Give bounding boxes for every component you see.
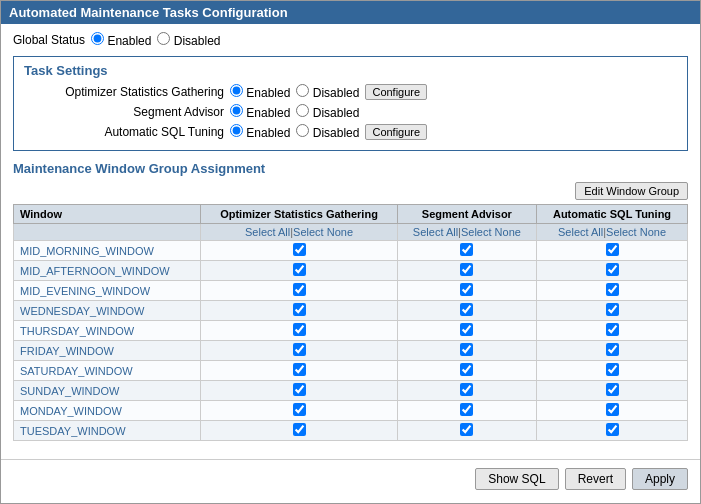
optimizer-stats-select-all-link[interactable]: Select All — [245, 226, 290, 238]
optimizer-checkbox-cell — [201, 321, 397, 341]
optimizer-checkbox[interactable] — [293, 263, 306, 276]
window-name-link[interactable]: FRIDAY_WINDOW — [20, 345, 114, 357]
window-name-link[interactable]: MID_AFTERNOON_WINDOW — [20, 265, 170, 277]
auto_sql-checkbox-cell — [537, 341, 688, 361]
auto-sql-select-all-link[interactable]: Select All — [558, 226, 603, 238]
window-name-link[interactable]: WEDNESDAY_WINDOW — [20, 305, 144, 317]
segment-checkbox[interactable] — [460, 383, 473, 396]
optimizer-stats-disabled-label[interactable]: Disabled — [296, 84, 359, 100]
auto_sql-checkbox[interactable] — [606, 263, 619, 276]
global-status-disabled-label[interactable]: Disabled — [157, 32, 220, 48]
auto_sql-checkbox[interactable] — [606, 243, 619, 256]
optimizer-checkbox[interactable] — [293, 323, 306, 336]
edit-window-group-button[interactable]: Edit Window Group — [575, 182, 688, 200]
window-assignment-title: Maintenance Window Group Assignment — [13, 161, 688, 176]
segment-checkbox[interactable] — [460, 243, 473, 256]
segment-advisor-select-none-link[interactable]: Select None — [461, 226, 521, 238]
select-all-none-row: Select All|Select None Select All|Select… — [14, 224, 688, 241]
optimizer-checkbox[interactable] — [293, 403, 306, 416]
optimizer-stats-configure-button[interactable]: Configure — [365, 84, 427, 100]
optimizer-stats-enabled-radio[interactable] — [230, 84, 243, 97]
optimizer-stats-enabled-label[interactable]: Enabled — [230, 84, 290, 100]
optimizer-checkbox[interactable] — [293, 383, 306, 396]
apply-button[interactable]: Apply — [632, 468, 688, 490]
auto-sql-tuning-enabled-radio[interactable] — [230, 124, 243, 137]
window-name-link[interactable]: MID_EVENING_WINDOW — [20, 285, 150, 297]
optimizer-checkbox-cell — [201, 421, 397, 441]
segment-checkbox[interactable] — [460, 423, 473, 436]
segment-checkbox[interactable] — [460, 403, 473, 416]
page-title-bar: Automated Maintenance Tasks Configuratio… — [1, 1, 700, 24]
segment-advisor-disabled-label[interactable]: Disabled — [296, 104, 359, 120]
auto_sql-checkbox[interactable] — [606, 423, 619, 436]
auto_sql-checkbox-cell — [537, 381, 688, 401]
optimizer-checkbox[interactable] — [293, 283, 306, 296]
window-name-link[interactable]: SUNDAY_WINDOW — [20, 385, 119, 397]
auto_sql-checkbox[interactable] — [606, 383, 619, 396]
table-row: WEDNESDAY_WINDOW — [14, 301, 688, 321]
segment-checkbox[interactable] — [460, 363, 473, 376]
optimizer-checkbox[interactable] — [293, 343, 306, 356]
window-name-link[interactable]: THURSDAY_WINDOW — [20, 325, 134, 337]
window-name-link[interactable]: MID_MORNING_WINDOW — [20, 245, 154, 257]
segment-advisor-disabled-radio[interactable] — [296, 104, 309, 117]
table-header-row: Window Optimizer Statistics Gathering Se… — [14, 205, 688, 224]
optimizer-checkbox-cell — [201, 341, 397, 361]
segment-advisor-enabled-label[interactable]: Enabled — [230, 104, 290, 120]
auto_sql-checkbox-cell — [537, 361, 688, 381]
table-row: FRIDAY_WINDOW — [14, 341, 688, 361]
auto_sql-checkbox-cell — [537, 421, 688, 441]
auto-sql-select-none-link[interactable]: Select None — [606, 226, 666, 238]
revert-button[interactable]: Revert — [565, 468, 626, 490]
window-name-link[interactable]: SATURDAY_WINDOW — [20, 365, 133, 377]
page-container: Automated Maintenance Tasks Configuratio… — [0, 0, 701, 504]
segment-checkbox[interactable] — [460, 303, 473, 316]
auto_sql-checkbox[interactable] — [606, 323, 619, 336]
optimizer-checkbox-cell — [201, 361, 397, 381]
optimizer-checkbox[interactable] — [293, 303, 306, 316]
window-name-cell: MONDAY_WINDOW — [14, 401, 201, 421]
segment-checkbox-cell — [397, 421, 536, 441]
auto_sql-checkbox-cell — [537, 241, 688, 261]
optimizer-checkbox[interactable] — [293, 243, 306, 256]
optimizer-checkbox[interactable] — [293, 363, 306, 376]
segment-checkbox-cell — [397, 321, 536, 341]
auto-sql-tuning-disabled-label[interactable]: Disabled — [296, 124, 359, 140]
optimizer-checkbox[interactable] — [293, 423, 306, 436]
auto_sql-checkbox[interactable] — [606, 283, 619, 296]
auto-sql-tuning-configure-button[interactable]: Configure — [365, 124, 427, 140]
select-row-empty — [14, 224, 201, 241]
table-row: TUESDAY_WINDOW — [14, 421, 688, 441]
segment-checkbox[interactable] — [460, 343, 473, 356]
auto_sql-checkbox[interactable] — [606, 363, 619, 376]
global-status-enabled-label[interactable]: Enabled — [91, 32, 151, 48]
auto_sql-checkbox[interactable] — [606, 303, 619, 316]
window-name-cell: FRIDAY_WINDOW — [14, 341, 201, 361]
segment-checkbox-cell — [397, 361, 536, 381]
segment-checkbox[interactable] — [460, 283, 473, 296]
global-status-enabled-radio[interactable] — [91, 32, 104, 45]
segment-checkbox[interactable] — [460, 263, 473, 276]
window-name-link[interactable]: MONDAY_WINDOW — [20, 405, 122, 417]
auto_sql-checkbox[interactable] — [606, 343, 619, 356]
auto-sql-tuning-disabled-radio[interactable] — [296, 124, 309, 137]
col-optimizer-stats: Optimizer Statistics Gathering — [201, 205, 397, 224]
global-status-disabled-radio[interactable] — [157, 32, 170, 45]
auto-sql-tuning-enabled-label[interactable]: Enabled — [230, 124, 290, 140]
window-name-cell: MID_MORNING_WINDOW — [14, 241, 201, 261]
footer-bar: Show SQL Revert Apply — [1, 459, 700, 498]
window-name-link[interactable]: TUESDAY_WINDOW — [20, 425, 126, 437]
auto_sql-checkbox[interactable] — [606, 403, 619, 416]
task-settings-title: Task Settings — [24, 63, 677, 78]
window-name-cell: SATURDAY_WINDOW — [14, 361, 201, 381]
table-row: SATURDAY_WINDOW — [14, 361, 688, 381]
segment-checkbox[interactable] — [460, 323, 473, 336]
segment-advisor-select-all-link[interactable]: Select All — [413, 226, 458, 238]
optimizer-stats-disabled-radio[interactable] — [296, 84, 309, 97]
segment-advisor-label: Segment Advisor — [64, 105, 224, 119]
show-sql-button[interactable]: Show SQL — [475, 468, 558, 490]
table-row: MID_MORNING_WINDOW — [14, 241, 688, 261]
segment-advisor-enabled-radio[interactable] — [230, 104, 243, 117]
optimizer-stats-select-none-link[interactable]: Select None — [293, 226, 353, 238]
edit-window-group-row: Edit Window Group — [13, 182, 688, 200]
